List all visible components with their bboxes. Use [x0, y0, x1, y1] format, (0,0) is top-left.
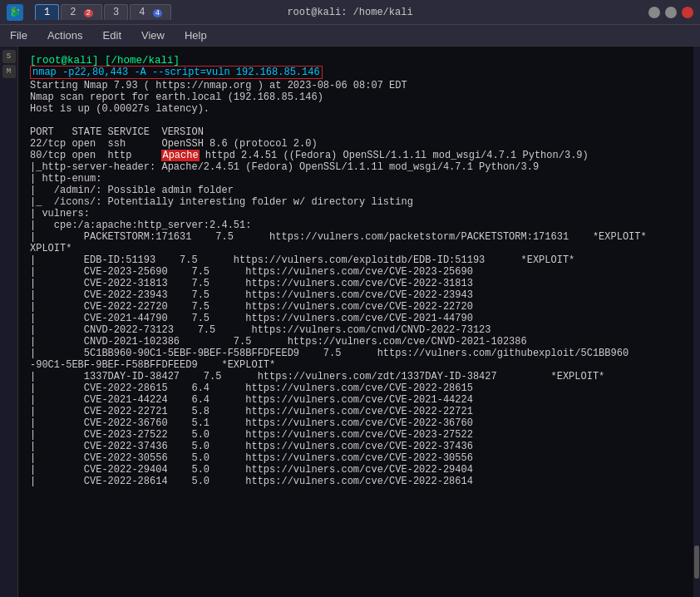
scrollbar[interactable]: [693, 47, 700, 597]
output-line-3: Host is up (0.00027s latency).: [30, 103, 688, 115]
output-blank-1: [30, 115, 688, 126]
app-icons: 🐉: [7, 4, 23, 21]
menu-file[interactable]: File: [7, 27, 31, 43]
tab-4[interactable]: 4 4: [130, 4, 171, 20]
sidebar-icon-m[interactable]: M: [2, 65, 16, 78]
output-5c1bb960-cont: -90C1-5EBF-9BEF-F58BFFDFEED9 *EXPLOIT*: [30, 359, 688, 371]
output-cve-36760: | CVE-2022-36760 5.1 https://vulners.com…: [30, 417, 688, 429]
output-line-1: Starting Nmap 7.93 ( https://nmap.org ) …: [30, 80, 688, 91]
tab-3[interactable]: 3: [104, 4, 128, 20]
output-admin: | /admin/: Possible admin folder: [30, 185, 688, 196]
output-cve-29404: | CVE-2022-29404 5.0 https://vulners.com…: [30, 464, 688, 476]
terminal-area: S M [root@kali] [/home/kali] nmap -p22,8…: [0, 47, 700, 597]
output-cve-22720: | CVE-2022-22720 7.5 https://vulners.com…: [30, 301, 688, 313]
terminal-content: [root@kali] [/home/kali] nmap -p22,80,44…: [25, 52, 693, 592]
output-cve-44224: | CVE-2021-44224 6.4 https://vulners.com…: [30, 394, 688, 406]
output-ports-header: PORT STATE SERVICE VERSION: [30, 126, 688, 138]
tab4-badge-blue: 4: [153, 9, 162, 17]
tab-1[interactable]: 1: [35, 4, 59, 20]
output-cve-31813: | CVE-2022-31813 7.5 https://vulners.com…: [30, 278, 688, 289]
title-bar-left: 🐉 1 2 2 3 4 4: [7, 4, 171, 21]
minimize-button[interactable]: [648, 7, 660, 18]
menu-bar: File Actions Edit View Help: [0, 25, 700, 47]
window-title: root@kali: /home/kali: [287, 7, 412, 18]
command-box: nmap -p22,80,443 -A --script=vuln 192.16…: [30, 66, 323, 79]
prompt-line: [root@kali] [/home/kali]: [30, 55, 688, 67]
output-cve-30556: | CVE-2022-30556 5.0 https://vulners.com…: [30, 452, 688, 464]
scrollbar-thumb[interactable]: [694, 545, 699, 579]
output-cve-27522: | CVE-2023-27522 5.0 https://vulners.com…: [30, 429, 688, 441]
output-1337day: | 1337DAY-ID-38427 7.5 https://vulners.c…: [30, 371, 688, 382]
kali-icon: 🐉: [7, 4, 23, 21]
apache-highlight: Apache: [161, 150, 199, 161]
output-exploit-text: XPLOIT*: [30, 243, 688, 254]
tab2-badge-red: 2: [84, 9, 93, 17]
output-cve-28614: | CVE-2022-28614 5.0 https://vulners.com…: [30, 476, 688, 487]
output-cpe: | cpe:/a:apache:http_server:2.4.51:: [30, 220, 688, 231]
menu-view[interactable]: View: [138, 27, 168, 43]
output-cve-23943: | CVE-2022-23943 7.5 https://vulners.com…: [30, 289, 688, 301]
output-http-line: 80/tcp open http Apache httpd 2.4.51 ((F…: [30, 150, 688, 161]
tab-bar: 1 2 2 3 4 4: [35, 4, 171, 20]
output-edb: | EDB-ID:51193 7.5 https://vulners.com/e…: [30, 254, 688, 266]
output-server-header: |_http-server-header: Apache/2.4.51 (Fed…: [30, 161, 688, 173]
output-cve-25690: | CVE-2023-25690 7.5 https://vulners.com…: [30, 266, 688, 278]
output-cve-22721: | CVE-2022-22721 5.8 https://vulners.com…: [30, 406, 688, 417]
window-controls: [648, 7, 693, 18]
close-button[interactable]: [682, 7, 693, 18]
left-sidebar: S M: [0, 47, 18, 597]
menu-edit[interactable]: Edit: [100, 27, 125, 43]
menu-actions[interactable]: Actions: [44, 27, 86, 43]
output-vulners: | vulners:: [30, 208, 688, 220]
menu-help[interactable]: Help: [181, 27, 210, 43]
title-bar: 🐉 1 2 2 3 4 4 root@kali: /home/kali: [0, 0, 700, 25]
sidebar-icon-s[interactable]: S: [2, 50, 16, 63]
output-5c1bb960: | 5C1BB960-90C1-5EBF-9BEF-F58BFFDFEED9 7…: [30, 348, 688, 359]
output-packetstorm: | PACKETSTORM:171631 7.5 https://vulners…: [30, 231, 688, 243]
output-icons: |_ /icons/: Potentially interesting fold…: [30, 196, 688, 208]
maximize-button[interactable]: [665, 7, 677, 18]
command-line: nmap -p22,80,443 -A --script=vuln 192.16…: [30, 67, 688, 78]
output-cve-44790: | CVE-2021-44790 7.5 https://vulners.com…: [30, 313, 688, 324]
output-cve-28615: | CVE-2022-28615 6.4 https://vulners.com…: [30, 382, 688, 394]
output-cnvd-73123: | CNVD-2022-73123 7.5 https://vulners.co…: [30, 324, 688, 336]
output-cve-37436: | CVE-2022-37436 5.0 https://vulners.com…: [30, 441, 688, 452]
tab-2[interactable]: 2 2: [61, 4, 102, 20]
output-line-2: Nmap scan report for earth.local (192.16…: [30, 91, 688, 103]
output-ssh-line: 22/tcp open ssh OpenSSH 8.6 (protocol 2.…: [30, 138, 688, 150]
output-http-enum: | http-enum:: [30, 173, 688, 185]
output-cnvd-102386: | CNVD-2021-102386 7.5 https://vulners.c…: [30, 336, 688, 348]
